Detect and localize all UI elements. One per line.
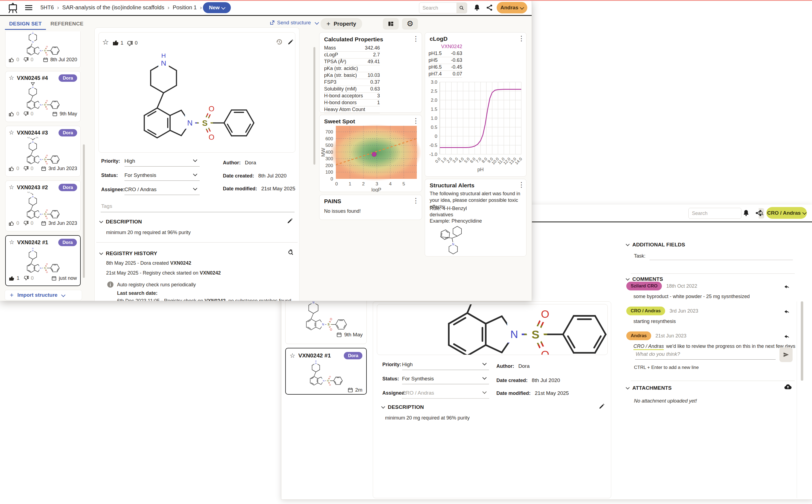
- breadcrumb-item[interactable]: SAR-analysis of the (iso)indoline scaffo…: [62, 4, 164, 11]
- thumbs-down-icon[interactable]: [23, 275, 29, 281]
- design-card-vxn0243[interactable]: ☆ VXN0243 #2 Dora NSOONH₃C 0 0 3rd Jun 2…: [5, 180, 81, 231]
- thumbs-up-icon[interactable]: [9, 220, 14, 226]
- edit-icon[interactable]: [287, 217, 294, 224]
- property-name: pKa (str. acidic): [324, 66, 358, 71]
- svg-text:0.5: 0.5: [431, 125, 437, 130]
- chevron-down-icon[interactable]: [481, 376, 486, 381]
- favorite-star-icon[interactable]: ☆: [9, 239, 14, 246]
- favorite-star-icon[interactable]: ☆: [102, 38, 109, 46]
- w2-user-chip[interactable]: CRO / Andras: [766, 207, 807, 219]
- thumbs-up-icon[interactable]: [9, 275, 15, 281]
- app-logo-easel-icon[interactable]: [7, 2, 19, 14]
- thumbs-down-icon[interactable]: [23, 220, 29, 226]
- w1-share-icon[interactable]: [486, 4, 493, 11]
- design-card[interactable]: NSOONN 0 0 8th Jul 2020: [5, 31, 81, 68]
- design-card-vxn0245[interactable]: ☆ VXN0245 #4 Dora NSOON 0 0 9th May: [5, 71, 81, 122]
- thumbs-up-icon[interactable]: [9, 111, 14, 117]
- favorite-star-icon[interactable]: ☆: [290, 352, 295, 359]
- comment-mention[interactable]: CRO / Andras: [633, 343, 664, 350]
- w2-search[interactable]: [688, 208, 741, 219]
- collapse-icon[interactable]: [381, 405, 385, 409]
- tab-reference[interactable]: REFERENCE: [49, 21, 85, 27]
- thumbs-up-icon[interactable]: [9, 57, 14, 63]
- design-card-vxn0244[interactable]: ☆ VXN0244 #3 Dora NSOONH₃CCH₃ 0 0 3rd Ju…: [5, 126, 81, 177]
- kebab-menu-icon[interactable]: ⋮: [412, 118, 419, 123]
- new-button[interactable]: New: [203, 2, 231, 13]
- w2-structure-card[interactable]: NSOONH: [377, 304, 608, 355]
- w2-assignee-select[interactable]: CRO / Andras: [402, 390, 434, 396]
- svg-text:1.5: 1.5: [431, 107, 437, 112]
- w2-bell-icon[interactable]: [742, 209, 750, 217]
- chevron-down-icon[interactable]: [191, 187, 197, 191]
- kebab-menu-icon[interactable]: ⋮: [412, 36, 419, 41]
- edit-icon[interactable]: [598, 403, 606, 410]
- thumbs-down-icon[interactable]: [23, 57, 29, 63]
- w1-search[interactable]: [419, 2, 467, 13]
- svg-text:O: O: [330, 328, 332, 331]
- kebab-menu-icon[interactable]: ⋮: [412, 198, 419, 203]
- add-property-button[interactable]: +Property: [321, 18, 362, 30]
- collapse-icon[interactable]: [99, 219, 103, 223]
- history-restore-icon[interactable]: [276, 38, 283, 45]
- w2-share-icon[interactable]: [755, 209, 762, 217]
- upload-cloud-icon[interactable]: [784, 383, 792, 391]
- breadcrumb-item[interactable]: Position 1: [173, 4, 197, 11]
- design-card-vxn0242[interactable]: ☆ VXN0242 #1 Dora NSOONH 1 0 just now: [5, 235, 81, 286]
- w1-user-chip[interactable]: Andras: [497, 2, 527, 13]
- collapse-icon[interactable]: [626, 386, 630, 389]
- thumbs-up-icon[interactable]: [9, 166, 14, 171]
- w1-bell-icon[interactable]: [473, 4, 481, 11]
- kebab-menu-icon[interactable]: ⋮: [518, 182, 525, 187]
- tags-input[interactable]: [101, 203, 295, 212]
- ph-label: pH6.5: [429, 65, 442, 70]
- property-value: 0.63: [370, 86, 380, 92]
- thumbs-down-icon[interactable]: [126, 40, 133, 47]
- reply-icon[interactable]: [783, 333, 790, 339]
- clogd-row: pH6.5-0.45: [429, 64, 462, 71]
- svg-text:3.0: 3.0: [431, 80, 437, 85]
- collapse-icon[interactable]: [99, 251, 103, 255]
- status-select[interactable]: For Synthesis: [124, 172, 156, 178]
- favorite-star-icon[interactable]: ☆: [9, 184, 14, 191]
- w2-design-card-vxn0242[interactable]: ☆ VXN0242 #1 Dora NSOONH 2m: [285, 348, 367, 395]
- favorite-star-icon[interactable]: ☆: [9, 74, 14, 81]
- import-structure-button[interactable]: + Import structure: [5, 290, 82, 300]
- svg-text:500: 500: [325, 143, 333, 148]
- sidebar-scrollbar[interactable]: [83, 144, 85, 278]
- w2-status-select[interactable]: For Synthesis: [402, 376, 434, 382]
- collapse-icon[interactable]: [626, 242, 630, 246]
- kebab-menu-icon[interactable]: ⋮: [518, 36, 525, 41]
- thumbs-down-icon[interactable]: [23, 166, 29, 171]
- reply-icon[interactable]: [783, 308, 790, 314]
- settings-button[interactable]: ⚙: [402, 18, 418, 30]
- w1-search-button[interactable]: [456, 3, 467, 13]
- thumbs-up-icon[interactable]: [113, 39, 119, 46]
- chevron-down-icon[interactable]: [191, 172, 197, 177]
- layout-grid-button[interactable]: [383, 18, 399, 30]
- collapse-icon[interactable]: [626, 277, 630, 281]
- breadcrumb-item[interactable]: 5HT6: [40, 4, 54, 11]
- comment-input[interactable]: [635, 351, 776, 360]
- w1-search-input[interactable]: [419, 3, 456, 13]
- chevron-down-icon[interactable]: [191, 158, 197, 163]
- thumbs-down-icon[interactable]: [23, 111, 29, 117]
- w2-task-input[interactable]: [650, 252, 793, 260]
- assignee-select[interactable]: CRO / Andras: [124, 187, 156, 193]
- registry-search-icon[interactable]: [287, 249, 294, 256]
- author-badge: Dora: [59, 184, 77, 191]
- w2-scrollbar[interactable]: [801, 301, 803, 381]
- send-structure-link[interactable]: Send structure: [269, 20, 318, 26]
- send-comment-button[interactable]: [779, 347, 793, 362]
- menu-hamburger-icon[interactable]: [25, 5, 32, 10]
- reply-icon[interactable]: [783, 283, 790, 289]
- tab-design-set[interactable]: DESIGN SET: [5, 21, 46, 27]
- svg-text:O: O: [209, 104, 214, 113]
- svg-text:N: N: [323, 379, 324, 382]
- favorite-star-icon[interactable]: ☆: [9, 129, 14, 136]
- chevron-down-icon[interactable]: [481, 362, 486, 366]
- chevron-down-icon[interactable]: [481, 390, 486, 395]
- priority-select[interactable]: High: [124, 158, 135, 164]
- main-scrollbar[interactable]: [313, 47, 315, 165]
- edit-icon[interactable]: [287, 38, 294, 45]
- w2-priority-select[interactable]: High: [402, 362, 413, 368]
